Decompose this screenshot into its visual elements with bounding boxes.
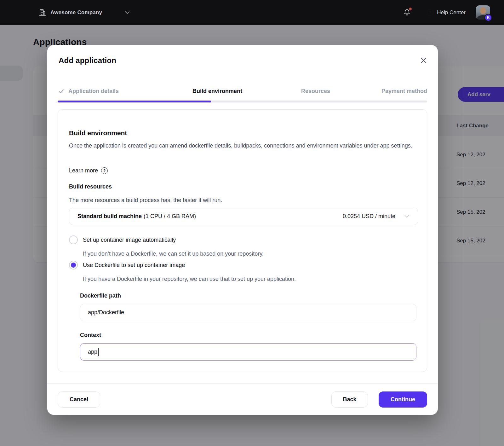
cancel-button[interactable]: Cancel (58, 391, 100, 408)
continue-button[interactable]: Continue (379, 391, 427, 408)
modal-title: Add application (59, 56, 116, 65)
step-label: Application details (68, 88, 119, 95)
avatar-initial-badge: K (484, 14, 492, 21)
radio-description: If you don’t have a Dockerfile, we can s… (83, 251, 264, 257)
build-machine-select[interactable]: Standard build machine (1 CPU / 4 GB RAM… (69, 208, 418, 225)
stepper-progress-fill (58, 101, 211, 102)
text-cursor (98, 348, 99, 356)
radio-description: If you have a Dockerfile in your reposit… (83, 276, 296, 282)
dockerfile-path-label: Dockerfile path (80, 293, 121, 299)
context-input[interactable]: app (80, 343, 416, 361)
chevron-down-icon (404, 215, 410, 218)
build-environment-panel: Build environment Once the application i… (58, 109, 427, 372)
close-button[interactable] (418, 55, 428, 65)
step-resources[interactable]: Resources (301, 88, 330, 95)
step-payment-method[interactable]: Payment method (381, 88, 427, 95)
build-resources-label: Build resources (69, 183, 112, 190)
add-application-modal: Add application Application details Buil… (47, 45, 438, 415)
help-icon: ? (427, 9, 433, 16)
radio-label: Set up container image automatically (83, 237, 176, 243)
dockerfile-path-input[interactable]: app/Dockerfile (80, 304, 416, 321)
step-application-details[interactable]: Application details (59, 88, 119, 95)
step-build-environment[interactable]: Build environment (192, 88, 242, 95)
machine-specs: (1 CPU / 4 GB RAM) (144, 213, 196, 220)
section-heading: Build environment (69, 129, 127, 137)
org-switcher[interactable]: Awesome Company (38, 9, 130, 16)
input-value: app/Dockerfile (88, 309, 124, 316)
check-icon (59, 89, 64, 94)
back-button[interactable]: Back (331, 391, 368, 408)
user-avatar[interactable]: K (476, 5, 490, 20)
notifications-button[interactable] (403, 9, 411, 17)
notification-dot (409, 8, 412, 10)
stepper: Application details Build environment Re… (58, 88, 427, 103)
radio-dot (71, 263, 76, 268)
machine-name: Standard build machine (77, 213, 142, 220)
question-circle-icon: ? (101, 167, 108, 174)
help-center-button[interactable]: ? Help Center (427, 9, 466, 16)
input-value: app (88, 349, 97, 355)
radio-circle-checked (69, 261, 78, 269)
learn-more-label: Learn more (69, 167, 98, 174)
app-header: Awesome Company ? Help Center K (0, 0, 504, 25)
learn-more-link[interactable]: Learn more ? (69, 167, 108, 174)
company-name: Awesome Company (50, 9, 102, 16)
chevron-down-icon (125, 11, 130, 14)
close-icon (421, 57, 427, 63)
radio-option-dockerfile[interactable]: Use Dockerfile to set up container image (69, 261, 185, 269)
company-icon (38, 9, 46, 16)
radio-option-automatic[interactable]: Set up container image automatically (69, 235, 176, 244)
radio-circle-unchecked (69, 235, 78, 244)
context-label: Context (80, 332, 101, 339)
section-description: Once the application is created you can … (69, 141, 416, 151)
footer-divider (47, 383, 438, 384)
machine-price: 0.0254 USD / minute (343, 213, 395, 220)
stepper-progress-track (58, 101, 427, 102)
build-resources-hint: The more resources a build process has, … (69, 197, 222, 204)
help-center-label: Help Center (437, 9, 466, 16)
radio-label: Use Dockerfile to set up container image (83, 262, 185, 269)
